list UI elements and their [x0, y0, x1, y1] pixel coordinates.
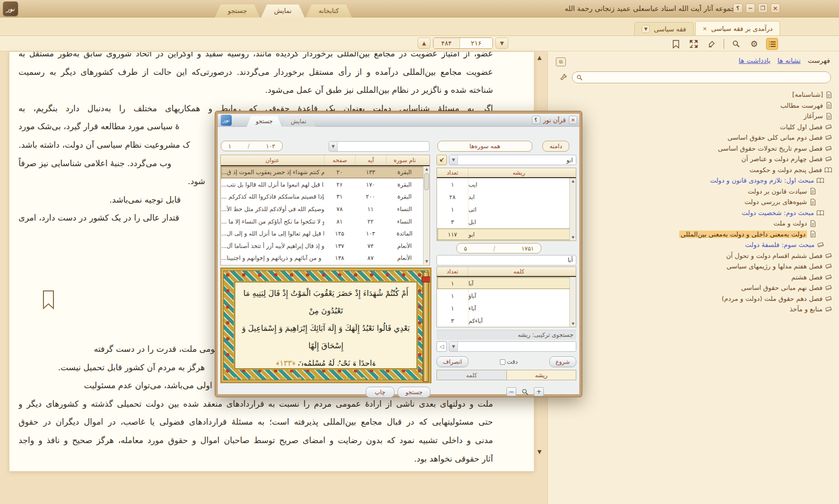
chevron-down-icon[interactable]: ▼ — [449, 155, 458, 165]
word-query-input[interactable]: آبا — [436, 255, 576, 265]
scroll-up-icon[interactable]: ▲ — [570, 179, 576, 183]
toc-search-input[interactable] — [572, 71, 831, 83]
display-mode-dropdown[interactable]: ▼ — [329, 141, 429, 152]
help-button[interactable]: ؟ — [733, 3, 743, 13]
result-row[interactable]: و إذ قال إبراهيم لأبيه آزر أ تتخذ أصناما… — [221, 240, 429, 252]
scroll-up-icon[interactable]: ▲ — [423, 167, 430, 171]
dialog-help-button[interactable]: ؟ — [532, 116, 540, 124]
scroll-down-icon[interactable]: ▼ — [570, 236, 576, 240]
document-tab[interactable]: × درآمدی بر فقه سیاسی — [695, 21, 780, 35]
bookmark-ribbon-icon[interactable] — [42, 290, 54, 309]
panel-collapse-icon[interactable]: ⧉ — [556, 57, 566, 66]
dialog-close-button[interactable]: ✕ — [569, 116, 577, 124]
toc-tree-item[interactable]: مبحث اول: تلازم وجودی قانون و دولت — [552, 175, 832, 186]
fullscreen-icon[interactable] — [688, 38, 700, 50]
toc-tree-item[interactable]: فصل اول کلیات — [552, 122, 832, 133]
toc-tree-item[interactable]: فصل چهارم دولت و عناصر آن — [552, 154, 832, 165]
root-query-value[interactable]: ابو — [458, 157, 576, 164]
close-doc-icon[interactable]: × — [703, 25, 707, 32]
dialog-tab-view[interactable]: نمایش — [282, 116, 315, 127]
page-down-button[interactable]: ▼ — [495, 37, 508, 49]
book-tab[interactable]: ▼ فقه سیاسی — [634, 22, 693, 35]
mode-tab-root[interactable]: ریشه — [506, 370, 576, 380]
scope-button[interactable]: دامنه — [542, 141, 569, 152]
page-number-input[interactable]: ۲۱۶ — [459, 38, 492, 48]
mode-tab-word[interactable]: کلمه — [437, 370, 506, 380]
tab-view[interactable]: نمایش — [261, 4, 305, 17]
precision-checkbox-group[interactable]: دقت — [500, 358, 518, 365]
precision-checkbox[interactable] — [500, 359, 505, 365]
scroll-down-icon[interactable]: ▼ — [537, 449, 541, 455]
toc-tree-item[interactable]: فصل هشتم — [552, 272, 832, 283]
insert-root-button[interactable] — [436, 155, 447, 165]
chevron-down-icon[interactable]: ▼ — [449, 342, 458, 351]
quran-page-panel[interactable]: أَمْ كُنْتُمْ شُهَدَاءَ إِذْ حَضَرَ يَعْ… — [220, 267, 431, 383]
results-table[interactable]: عنوان صفحه آیه نام سوره ▲ ▼ أم كنتم شهدا… — [220, 155, 430, 265]
zoom-out-button[interactable]: − — [506, 387, 516, 396]
settings-gear-icon[interactable]: ⚙ — [748, 38, 760, 50]
toc-tree-item[interactable]: سرآغاز — [552, 111, 832, 122]
search-options-wrench-icon[interactable] — [558, 71, 569, 83]
toc-tree-item[interactable]: فصل ششم اقسام دولت و تحول آن — [552, 251, 832, 261]
page-up-button[interactable]: ▲ — [418, 37, 430, 49]
sidebar-tab-notes[interactable]: یادداشت ها — [739, 56, 771, 64]
word-row[interactable]: ۳آباءکم — [437, 314, 576, 327]
tab-search[interactable]: جستجو — [215, 4, 260, 17]
minimize-button[interactable]: − — [746, 3, 755, 13]
toc-tree-item[interactable]: مبحث دوم: شخصیت دولت — [552, 208, 832, 219]
roots-scrollbar[interactable]: ▲ ▼ — [569, 178, 576, 241]
toc-tree-item[interactable]: فصل سوم تاریخ تحولات حقوق اساسی — [552, 143, 832, 154]
restore-button[interactable]: ❐ — [758, 3, 768, 13]
root-row[interactable]: ۱۱۷ابو — [437, 228, 576, 241]
root-row[interactable]: ۲۸ابد — [437, 191, 576, 203]
all-surahs-field[interactable]: همه سوره‌ها — [437, 141, 532, 152]
toc-tree-item[interactable]: دولت و ملت — [552, 218, 832, 229]
scroll-down-icon[interactable]: ▼ — [570, 322, 576, 326]
words-scrollbar[interactable]: ▼ — [569, 277, 576, 327]
bookmark-icon[interactable] — [670, 38, 682, 50]
chevron-down-icon[interactable]: ▼ — [329, 142, 338, 151]
toc-tree-item[interactable]: فصل دهم حقوق ملت (دولت و مردم) — [552, 293, 832, 304]
tab-library[interactable]: کتابخانه — [306, 4, 352, 17]
close-button[interactable]: ✕ — [771, 3, 780, 13]
index-list-icon[interactable] — [766, 38, 778, 50]
start-button[interactable]: شروع — [549, 356, 576, 367]
search-button[interactable]: جستجو — [398, 387, 430, 398]
root-row[interactable]: ۳ابل — [437, 216, 576, 228]
word-row[interactable]: ۱آباؤ — [437, 289, 576, 302]
toc-tree-item[interactable]: منابع و مآخذ — [552, 304, 832, 315]
toc-tree-item[interactable]: [شناسنامه] — [552, 89, 832, 100]
result-row[interactable]: و لا تنكحوا ما نكح آباؤكم من النساء إلا … — [221, 215, 429, 228]
zoom-in-button[interactable]: + — [534, 387, 544, 396]
words-table[interactable]: تعداد کلمه ▼ ۱آبا۱آباؤ۱آباء۳آباءکم — [436, 266, 576, 327]
prev-arrow-button[interactable]: ◁ — [436, 341, 447, 352]
toc-tree-item[interactable]: شیوه‌های بررسی دولت — [552, 197, 832, 208]
result-row[interactable]: و إذا قيل لهم تعالوا إلى ما أنزل الله و … — [221, 228, 429, 240]
toc-tree-item[interactable]: فهرست مطالب — [552, 100, 832, 111]
scrollbar-thumb[interactable] — [424, 173, 429, 190]
roots-table[interactable]: تعداد ریشه ▲ ▼ ۱ایب۲۸ابد۱اتی۳ابل۱۱۷ابو — [436, 168, 576, 241]
word-row[interactable]: ۱آباء — [437, 302, 576, 314]
results-scrollbar[interactable]: ▲ ▼ — [423, 166, 429, 264]
result-row[interactable]: فإذا قضيتم مناسككم فاذكروا الله كذكركم .… — [221, 191, 429, 203]
combined-search-dropdown[interactable]: ▼ — [449, 341, 576, 352]
book-dropdown-icon[interactable]: ▼ — [642, 25, 650, 33]
cancel-button[interactable]: انصراف — [436, 356, 468, 367]
toc-tree-item[interactable]: فصل دوم مبانی کلی حقوق اساسی — [552, 132, 832, 143]
toc-tree-item[interactable]: فصل پنجم دولت و حکومت — [552, 165, 832, 176]
toc-tree-item[interactable]: سیادت قانون بر دولت — [552, 186, 832, 197]
toc-tree-item[interactable]: فصل هفتم مدلها و رژیمهای سیاسی — [552, 261, 832, 272]
result-row[interactable]: أم كنتم شهداء إذ حضر يعقوب الموت إذ ق...… — [221, 166, 429, 179]
scroll-up-icon[interactable]: ▲ — [537, 54, 541, 61]
root-query-combo[interactable]: ▼ ابو — [449, 155, 576, 165]
dialog-tab-search[interactable]: جستجو — [247, 116, 282, 127]
highlighter-icon[interactable] — [706, 38, 718, 50]
quran-noor-dialog[interactable]: نور ؟ قرآن نور ✕ جستجو نمایش ۱ / ۱۰۴ ▼ ه… — [215, 111, 582, 397]
search-icon[interactable] — [730, 38, 742, 50]
scroll-down-icon[interactable]: ▼ — [423, 259, 430, 263]
toc-tree-item[interactable]: فصل نهم مبانی حقوق اساسی — [552, 282, 832, 293]
sidebar-tab-bookmarks[interactable]: نشانه ها — [778, 56, 801, 64]
result-row[interactable]: يوصيكم الله في أولادكم للذكر مثل حظ الأ.… — [221, 203, 429, 216]
result-row[interactable]: و إذا قيل لهم اتبعوا ما أنزل الله قالوا … — [221, 179, 429, 191]
result-row[interactable]: و من آبائهم و ذرياتهم و إخوانهم و اجتبين… — [221, 252, 429, 264]
